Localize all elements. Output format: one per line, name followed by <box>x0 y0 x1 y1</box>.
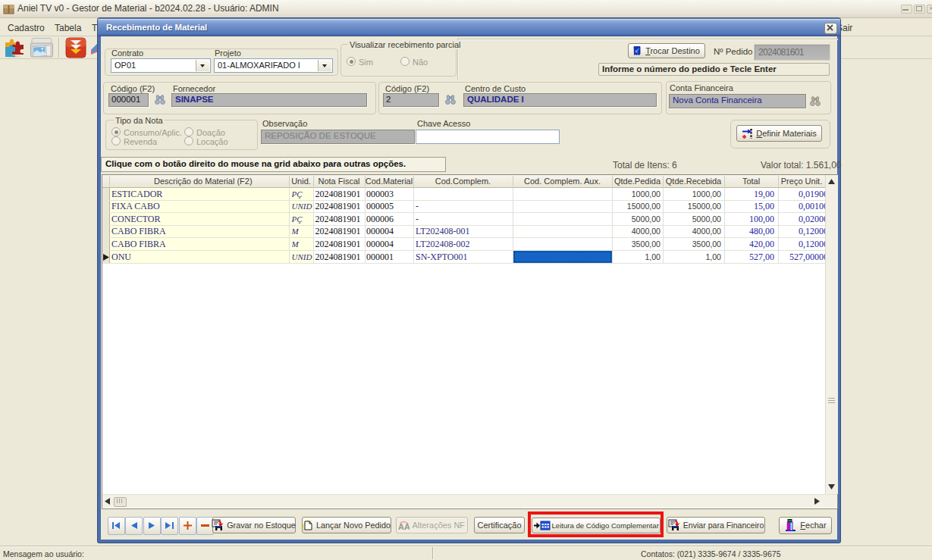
svg-text:AA: AA <box>398 522 410 530</box>
